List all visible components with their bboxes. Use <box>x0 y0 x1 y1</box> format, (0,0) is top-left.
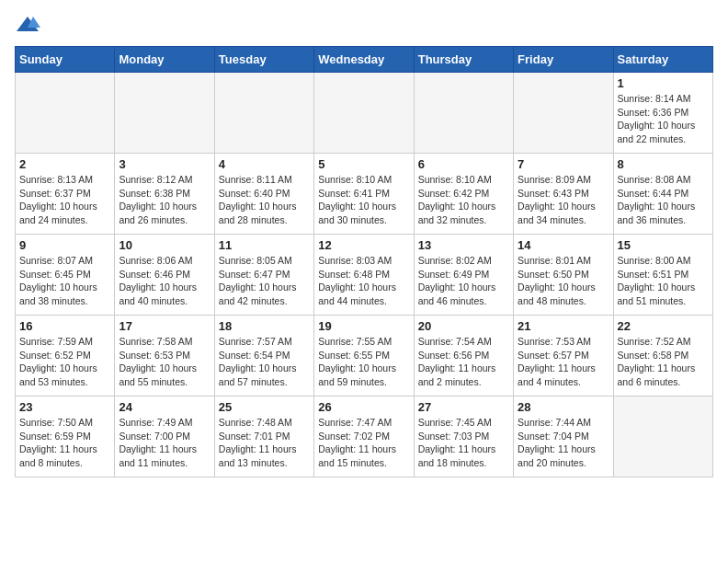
day-number: 12 <box>318 238 409 252</box>
day-number: 27 <box>418 400 509 414</box>
day-number: 25 <box>219 400 310 414</box>
day-number: 17 <box>119 319 210 333</box>
calendar-cell: 2Sunrise: 8:13 AM Sunset: 6:37 PM Daylig… <box>16 154 115 235</box>
calendar-cell <box>214 73 313 154</box>
day-number: 3 <box>119 157 210 171</box>
weekday-header-friday: Friday <box>514 47 613 73</box>
day-info: Sunrise: 7:44 AM Sunset: 7:04 PM Dayligh… <box>518 416 609 470</box>
day-info: Sunrise: 7:58 AM Sunset: 6:53 PM Dayligh… <box>119 335 210 389</box>
day-info: Sunrise: 8:10 AM Sunset: 6:41 PM Dayligh… <box>318 173 409 227</box>
weekday-header-tuesday: Tuesday <box>214 47 313 73</box>
day-number: 9 <box>19 238 110 252</box>
day-info: Sunrise: 8:00 AM Sunset: 6:51 PM Dayligh… <box>618 254 709 308</box>
day-info: Sunrise: 8:11 AM Sunset: 6:40 PM Dayligh… <box>219 173 310 227</box>
day-info: Sunrise: 8:02 AM Sunset: 6:49 PM Dayligh… <box>418 254 509 308</box>
day-info: Sunrise: 7:54 AM Sunset: 6:56 PM Dayligh… <box>418 335 509 389</box>
day-number: 14 <box>518 238 609 252</box>
day-number: 7 <box>518 157 609 171</box>
day-number: 22 <box>618 319 709 333</box>
calendar-cell: 3Sunrise: 8:12 AM Sunset: 6:38 PM Daylig… <box>115 154 214 235</box>
calendar-cell: 21Sunrise: 7:53 AM Sunset: 6:57 PM Dayli… <box>514 316 613 396</box>
day-number: 13 <box>418 238 509 252</box>
calendar-cell: 5Sunrise: 8:10 AM Sunset: 6:41 PM Daylig… <box>314 154 414 235</box>
calendar-cell: 14Sunrise: 8:01 AM Sunset: 6:50 PM Dayli… <box>514 235 613 316</box>
page-header <box>15 15 713 35</box>
calendar-cell: 11Sunrise: 8:05 AM Sunset: 6:47 PM Dayli… <box>214 235 313 316</box>
day-info: Sunrise: 7:47 AM Sunset: 7:02 PM Dayligh… <box>318 416 409 470</box>
day-info: Sunrise: 8:14 AM Sunset: 6:36 PM Dayligh… <box>618 92 709 146</box>
calendar-cell <box>414 73 513 154</box>
day-info: Sunrise: 7:53 AM Sunset: 6:57 PM Dayligh… <box>518 335 609 389</box>
calendar-cell: 16Sunrise: 7:59 AM Sunset: 6:52 PM Dayli… <box>16 316 115 396</box>
calendar-table: SundayMondayTuesdayWednesdayThursdayFrid… <box>15 46 713 477</box>
day-info: Sunrise: 7:50 AM Sunset: 6:59 PM Dayligh… <box>19 416 110 470</box>
day-info: Sunrise: 7:55 AM Sunset: 6:55 PM Dayligh… <box>318 335 409 389</box>
day-info: Sunrise: 7:52 AM Sunset: 6:58 PM Dayligh… <box>618 335 709 389</box>
calendar-cell: 15Sunrise: 8:00 AM Sunset: 6:51 PM Dayli… <box>613 235 712 316</box>
day-number: 18 <box>219 319 310 333</box>
day-number: 28 <box>518 400 609 414</box>
day-number: 8 <box>618 157 709 171</box>
calendar-cell: 10Sunrise: 8:06 AM Sunset: 6:46 PM Dayli… <box>115 235 214 316</box>
day-number: 4 <box>219 157 310 171</box>
day-number: 5 <box>318 157 409 171</box>
calendar-cell <box>613 396 712 477</box>
calendar-cell: 23Sunrise: 7:50 AM Sunset: 6:59 PM Dayli… <box>16 396 115 477</box>
weekday-header-wednesday: Wednesday <box>314 47 414 73</box>
day-number: 20 <box>418 319 509 333</box>
calendar-cell: 8Sunrise: 8:08 AM Sunset: 6:44 PM Daylig… <box>613 154 712 235</box>
day-info: Sunrise: 7:45 AM Sunset: 7:03 PM Dayligh… <box>418 416 509 470</box>
calendar-cell: 26Sunrise: 7:47 AM Sunset: 7:02 PM Dayli… <box>314 396 414 477</box>
day-number: 26 <box>318 400 409 414</box>
calendar-cell: 27Sunrise: 7:45 AM Sunset: 7:03 PM Dayli… <box>414 396 513 477</box>
calendar-cell: 20Sunrise: 7:54 AM Sunset: 6:56 PM Dayli… <box>414 316 513 396</box>
calendar-cell: 22Sunrise: 7:52 AM Sunset: 6:58 PM Dayli… <box>613 316 712 396</box>
day-info: Sunrise: 8:05 AM Sunset: 6:47 PM Dayligh… <box>219 254 310 308</box>
calendar-cell <box>314 73 414 154</box>
calendar-cell: 7Sunrise: 8:09 AM Sunset: 6:43 PM Daylig… <box>514 154 613 235</box>
weekday-header-sunday: Sunday <box>16 47 115 73</box>
day-info: Sunrise: 8:06 AM Sunset: 6:46 PM Dayligh… <box>119 254 210 308</box>
day-info: Sunrise: 8:07 AM Sunset: 6:45 PM Dayligh… <box>19 254 110 308</box>
calendar-cell: 28Sunrise: 7:44 AM Sunset: 7:04 PM Dayli… <box>514 396 613 477</box>
calendar-cell: 4Sunrise: 8:11 AM Sunset: 6:40 PM Daylig… <box>214 154 313 235</box>
calendar-cell: 24Sunrise: 7:49 AM Sunset: 7:00 PM Dayli… <box>115 396 214 477</box>
weekday-header-thursday: Thursday <box>414 47 513 73</box>
day-number: 1 <box>618 76 709 90</box>
calendar-cell: 18Sunrise: 7:57 AM Sunset: 6:54 PM Dayli… <box>214 316 313 396</box>
day-number: 2 <box>19 157 110 171</box>
calendar-cell: 25Sunrise: 7:48 AM Sunset: 7:01 PM Dayli… <box>214 396 313 477</box>
day-number: 23 <box>19 400 110 414</box>
calendar-cell <box>514 73 613 154</box>
day-number: 19 <box>318 319 409 333</box>
calendar-cell: 17Sunrise: 7:58 AM Sunset: 6:53 PM Dayli… <box>115 316 214 396</box>
day-number: 16 <box>19 319 110 333</box>
calendar-cell: 19Sunrise: 7:55 AM Sunset: 6:55 PM Dayli… <box>314 316 414 396</box>
day-info: Sunrise: 8:08 AM Sunset: 6:44 PM Dayligh… <box>618 173 709 227</box>
calendar-cell <box>16 73 115 154</box>
calendar-cell: 9Sunrise: 8:07 AM Sunset: 6:45 PM Daylig… <box>16 235 115 316</box>
logo-icon <box>15 15 40 35</box>
day-info: Sunrise: 8:12 AM Sunset: 6:38 PM Dayligh… <box>119 173 210 227</box>
calendar-cell: 13Sunrise: 8:02 AM Sunset: 6:49 PM Dayli… <box>414 235 513 316</box>
weekday-header-saturday: Saturday <box>613 47 712 73</box>
day-info: Sunrise: 8:03 AM Sunset: 6:48 PM Dayligh… <box>318 254 409 308</box>
weekday-header-monday: Monday <box>115 47 214 73</box>
day-number: 6 <box>418 157 509 171</box>
calendar-cell: 6Sunrise: 8:10 AM Sunset: 6:42 PM Daylig… <box>414 154 513 235</box>
day-number: 21 <box>518 319 609 333</box>
day-info: Sunrise: 7:57 AM Sunset: 6:54 PM Dayligh… <box>219 335 310 389</box>
calendar-cell: 1Sunrise: 8:14 AM Sunset: 6:36 PM Daylig… <box>613 73 712 154</box>
day-number: 15 <box>618 238 709 252</box>
day-info: Sunrise: 8:13 AM Sunset: 6:37 PM Dayligh… <box>19 173 110 227</box>
day-info: Sunrise: 8:10 AM Sunset: 6:42 PM Dayligh… <box>418 173 509 227</box>
day-info: Sunrise: 7:48 AM Sunset: 7:01 PM Dayligh… <box>219 416 310 470</box>
day-number: 11 <box>219 238 310 252</box>
day-info: Sunrise: 8:09 AM Sunset: 6:43 PM Dayligh… <box>518 173 609 227</box>
day-info: Sunrise: 7:59 AM Sunset: 6:52 PM Dayligh… <box>19 335 110 389</box>
calendar-cell: 12Sunrise: 8:03 AM Sunset: 6:48 PM Dayli… <box>314 235 414 316</box>
day-info: Sunrise: 8:01 AM Sunset: 6:50 PM Dayligh… <box>518 254 609 308</box>
day-number: 10 <box>119 238 210 252</box>
logo <box>15 15 44 35</box>
calendar-cell <box>115 73 214 154</box>
